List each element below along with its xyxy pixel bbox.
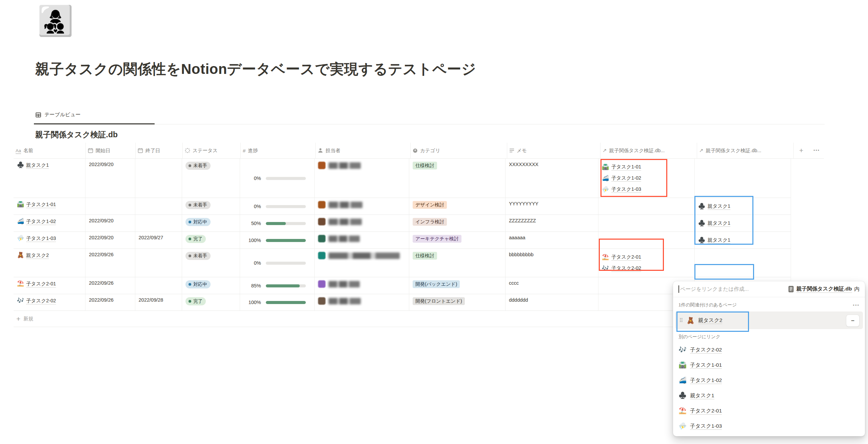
- cell-assignee[interactable]: [315, 215, 409, 231]
- relation-page-chip[interactable]: ♣️親タスク1: [698, 201, 730, 211]
- table-row[interactable]: ♣️親タスク12022/09/20未着手0%仕様検討XXXXXXXXX🛣️子タス…: [14, 159, 791, 198]
- cell-progress[interactable]: 85%: [240, 277, 315, 294]
- cell-end-date[interactable]: [135, 215, 182, 231]
- cell-status[interactable]: 未着手: [182, 249, 240, 277]
- cell-name[interactable]: 🛣️子タスク1-01: [14, 198, 85, 215]
- cell-relation-children[interactable]: 🛣️子タスク1-01🚄子タスク1-02⛈️子タスク1-03: [598, 159, 695, 198]
- cell-memo[interactable]: cccc: [506, 277, 598, 294]
- relation-page-chip[interactable]: ⛱️子タスク2-01: [602, 252, 641, 262]
- cell-memo[interactable]: YYYYYYYYY: [506, 198, 598, 215]
- category-tag[interactable]: デザイン検討: [413, 201, 447, 209]
- cell-end-date[interactable]: [135, 159, 182, 198]
- cell-memo[interactable]: bbbbbbbbb: [506, 249, 598, 277]
- other-page-item[interactable]: 🛣️子タスク1-01: [673, 357, 865, 372]
- relation-page-chip[interactable]: 🎶子タスク2-02: [602, 263, 641, 274]
- cell-progress[interactable]: 50%: [240, 215, 315, 231]
- cell-progress[interactable]: 0%: [240, 159, 315, 198]
- cell-category[interactable]: アーキテクチャ検討: [409, 232, 506, 248]
- other-page-item[interactable]: ♣️親タスク1: [673, 388, 865, 403]
- page-title-link[interactable]: 親タスク1: [26, 162, 49, 169]
- page-title-link[interactable]: 子タスク1-01: [26, 201, 56, 208]
- cell-assignee[interactable]: [315, 232, 409, 248]
- column-header-category[interactable]: カテゴリ: [411, 143, 507, 158]
- status-badge[interactable]: 未着手: [185, 162, 211, 170]
- cell-category[interactable]: 開発(フロントエンド): [409, 294, 506, 310]
- linked-page-item[interactable]: ⠿ 🧸 親タスク2 −: [675, 311, 863, 329]
- column-header-relation_parent[interactable]: ↗親子関係タスク検証.db...: [697, 143, 794, 158]
- cell-relation-parent[interactable]: [695, 159, 791, 198]
- cell-category[interactable]: 仕様検討: [409, 159, 506, 198]
- cell-start-date[interactable]: 2022/09/26: [85, 277, 135, 294]
- status-badge[interactable]: 未着手: [185, 252, 211, 260]
- cell-relation-parent[interactable]: ♣️親タスク1: [695, 232, 791, 248]
- cell-relation-parent[interactable]: ♣️親タスク1: [695, 215, 791, 231]
- cell-category[interactable]: 仕様検討: [409, 249, 506, 277]
- cell-progress[interactable]: 0%: [240, 198, 315, 215]
- cell-start-date[interactable]: 2022/09/26: [85, 249, 135, 277]
- cell-end-date[interactable]: [135, 198, 182, 215]
- other-page-item[interactable]: 🎶子タスク2-02: [673, 342, 865, 357]
- cell-progress[interactable]: 0%: [240, 249, 315, 277]
- status-badge[interactable]: 完了: [185, 235, 206, 243]
- linked-page-label[interactable]: 親タスク2: [698, 317, 723, 324]
- cell-memo[interactable]: ZZZZZZZZZ: [506, 215, 598, 231]
- cell-category[interactable]: デザイン検討: [409, 198, 506, 215]
- cell-end-date[interactable]: [135, 277, 182, 294]
- cell-category[interactable]: 開発(バックエンド): [409, 277, 506, 294]
- cell-name[interactable]: ⛱️子タスク2-01: [14, 277, 85, 294]
- cell-status[interactable]: 対応中: [182, 277, 240, 294]
- table-more-icon[interactable]: •••: [813, 148, 820, 153]
- page-icon[interactable]: 👩‍👧‍👦: [37, 6, 74, 35]
- relation-scope-db-name[interactable]: 親子関係タスク検証.db: [796, 285, 852, 293]
- cell-name[interactable]: 🎶子タスク2-02: [14, 294, 85, 310]
- cell-start-date[interactable]: 2022/09/20: [85, 232, 135, 248]
- category-tag[interactable]: 開発(フロントエンド): [413, 297, 465, 305]
- category-tag[interactable]: 仕様検討: [413, 252, 437, 260]
- table-row[interactable]: 🧸親タスク22022/09/26未着手0%仕様検討bbbbbbbbb⛱️子タスク…: [14, 249, 791, 277]
- more-options-icon[interactable]: •••: [853, 303, 860, 308]
- column-header-relation_children[interactable]: ↗親子関係タスク検証.db...: [600, 143, 697, 158]
- cell-status[interactable]: 対応中: [182, 215, 240, 231]
- cell-start-date[interactable]: 2022/09/26: [85, 294, 135, 310]
- cell-progress[interactable]: 100%: [240, 232, 315, 248]
- status-badge[interactable]: 完了: [185, 297, 206, 305]
- drag-handle-icon[interactable]: ⠿: [679, 317, 683, 324]
- other-page-item[interactable]: 🚄子タスク1-02: [673, 372, 865, 388]
- cell-relation-children[interactable]: ⛱️子タスク2-01🎶子タスク2-02: [598, 249, 695, 277]
- cell-name[interactable]: 🚄子タスク1-02: [14, 215, 85, 231]
- cell-status[interactable]: 完了: [182, 232, 240, 248]
- cell-memo[interactable]: XXXXXXXXX: [506, 159, 598, 198]
- cell-name[interactable]: ⛈️子タスク1-03: [14, 232, 85, 248]
- relation-search-input[interactable]: ページをリンクまたは作成... 親子関係タスク検証.db 内: [673, 281, 865, 297]
- cell-start-date[interactable]: [85, 198, 135, 215]
- cell-relation-children[interactable]: [598, 232, 695, 248]
- relation-page-chip[interactable]: ⛈️子タスク1-03: [602, 184, 641, 195]
- page-title-link[interactable]: 子タスク2-02: [26, 297, 56, 304]
- cell-status[interactable]: 未着手: [182, 198, 240, 215]
- cell-relation-children[interactable]: [598, 215, 695, 231]
- remove-relation-button[interactable]: −: [846, 315, 860, 327]
- add-column-icon[interactable]: +: [799, 146, 803, 155]
- page-title-link[interactable]: 親タスク2: [26, 252, 49, 259]
- cell-status[interactable]: 完了: [182, 294, 240, 310]
- page-title-link[interactable]: 子タスク1-02: [26, 218, 56, 225]
- category-tag[interactable]: インフラ検討: [413, 218, 447, 226]
- tab-table-view[interactable]: テーブルビュー: [35, 112, 81, 118]
- column-header-start[interactable]: 開始日: [86, 143, 136, 158]
- cell-relation-children[interactable]: [598, 198, 695, 215]
- cell-memo[interactable]: ddddddd: [506, 294, 598, 310]
- cell-relation-parent[interactable]: ♣️親タスク1: [695, 198, 791, 215]
- table-row[interactable]: 🛣️子タスク1-01未着手0%デザイン検討YYYYYYYYY♣️親タスク1: [14, 198, 791, 215]
- cell-status[interactable]: 未着手: [182, 159, 240, 198]
- cell-relation-parent[interactable]: [695, 249, 791, 277]
- cell-progress[interactable]: 100%: [240, 294, 315, 310]
- cell-end-date[interactable]: 2022/09/27: [135, 232, 182, 248]
- other-page-item[interactable]: ⛈️子タスク1-03: [673, 418, 865, 433]
- relation-page-chip[interactable]: 🚄子タスク1-02: [602, 173, 641, 183]
- page-title-link[interactable]: 子タスク1-03: [26, 235, 56, 242]
- cell-assignee[interactable]: [315, 277, 409, 294]
- category-tag[interactable]: 仕様検討: [413, 162, 437, 169]
- table-row[interactable]: ⛈️子タスク1-032022/09/202022/09/27完了100%アーキテ…: [14, 232, 791, 249]
- category-tag[interactable]: 開発(バックエンド): [413, 280, 460, 288]
- cell-start-date[interactable]: 2022/09/20: [85, 159, 135, 198]
